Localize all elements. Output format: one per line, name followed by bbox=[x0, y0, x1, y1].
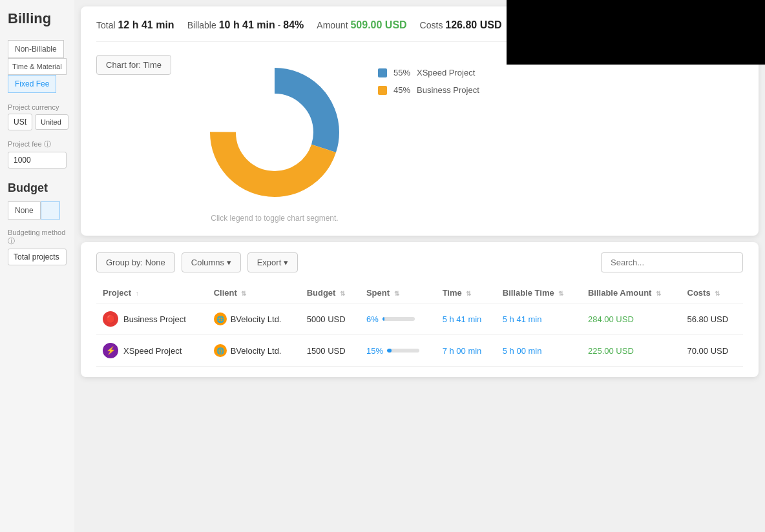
chart-section: Chart for: Time 55% 45% bbox=[96, 55, 743, 223]
project-fee-input[interactable] bbox=[8, 152, 67, 169]
costs-cell-2: 70.00 USD bbox=[681, 335, 744, 367]
total-value: 12 h 41 min bbox=[118, 19, 174, 30]
currency-name-input[interactable] bbox=[35, 114, 68, 130]
billable-time-sort-icon: ⇅ bbox=[558, 290, 563, 297]
spent-cell-1: 6% bbox=[360, 303, 436, 335]
progress-bar-fill-1 bbox=[382, 317, 384, 321]
spent-sort-icon: ⇅ bbox=[394, 290, 399, 297]
col-billable-amount: Billable Amount ⇅ bbox=[582, 283, 681, 303]
project-avatar-1: 🔴 bbox=[103, 311, 118, 327]
chart-hint: Click legend to toggle chart segment. bbox=[211, 214, 338, 223]
bottom-panel: Group by: None Columns ▾ Export ▾ Projec… bbox=[81, 242, 759, 377]
project-name-2: XSpeed Project bbox=[123, 346, 182, 356]
budget-title: Budget bbox=[8, 181, 67, 195]
main-content: Total 12 h 41 min Billable 10 h 41 min -… bbox=[74, 0, 765, 532]
costs-sort-icon: ⇅ bbox=[715, 290, 720, 297]
client-name-1: BVelocity Ltd. bbox=[231, 314, 282, 324]
budget-option2-btn[interactable] bbox=[41, 201, 60, 220]
costs-stat: Costs 126.80 USD bbox=[420, 19, 502, 31]
billable-amount-sort-icon: ⇅ bbox=[656, 290, 661, 297]
billable-amount-cell-1: 284.00 USD bbox=[582, 303, 681, 335]
project-avatar-2: ⚡ bbox=[103, 343, 118, 358]
progress-bar-bg-2 bbox=[387, 349, 419, 353]
project-cell-2: ⚡ XSpeed Project bbox=[96, 335, 207, 367]
col-client: Client ⇅ bbox=[207, 283, 300, 303]
page-title: Billing bbox=[8, 10, 67, 27]
table-row: ⚡ XSpeed Project 🌐 BVelocity Ltd. 1500 U… bbox=[96, 335, 743, 367]
table-row: 🔴 Business Project 🌐 BVelocity Ltd. 5000… bbox=[96, 303, 743, 335]
legend-label-xspeed: XSpeed Project bbox=[417, 68, 475, 77]
costs-cell-1: 56.80 USD bbox=[681, 303, 744, 335]
export-button[interactable]: Export ▾ bbox=[247, 252, 298, 272]
amount-value: 509.00 USD bbox=[350, 19, 406, 30]
search-input[interactable] bbox=[601, 252, 743, 272]
currency-code-input[interactable] bbox=[8, 114, 32, 130]
project-name-1: Business Project bbox=[123, 314, 186, 324]
client-icon-1: 🌐 bbox=[214, 312, 227, 325]
billable-amount-cell-2: 225.00 USD bbox=[582, 335, 681, 367]
project-sort-icon: ↑ bbox=[136, 290, 139, 297]
time-sort-icon: ⇅ bbox=[466, 290, 471, 297]
budgeting-method-label: Budgeting method ⓘ bbox=[8, 229, 67, 246]
legend-dot-business bbox=[378, 86, 387, 95]
billable-stat: Billable 10 h 41 min - 84% bbox=[187, 19, 304, 31]
col-spent: Spent ⇅ bbox=[360, 283, 436, 303]
client-name-2: BVelocity Ltd. bbox=[231, 346, 282, 356]
billable-value: 10 h 41 min bbox=[219, 19, 275, 30]
col-time: Time ⇅ bbox=[436, 283, 496, 303]
budget-sort-icon: ⇅ bbox=[340, 290, 345, 297]
black-overlay bbox=[507, 0, 765, 65]
amount-stat: Amount 509.00 USD bbox=[317, 19, 406, 31]
legend-item-xspeed[interactable]: 55% XSpeed Project bbox=[378, 68, 479, 77]
table-header-row: Project ↑ Client ⇅ Budget ⇅ Spent ⇅ bbox=[96, 283, 743, 303]
col-costs: Costs ⇅ bbox=[681, 283, 744, 303]
sidebar: Billing Non-Billable Time & Material Fix… bbox=[0, 0, 74, 532]
columns-button[interactable]: Columns ▾ bbox=[182, 252, 241, 272]
chart-for-button[interactable]: Chart for: Time bbox=[96, 55, 171, 75]
chart-legend: 55% XSpeed Project 45% Business Project bbox=[378, 55, 479, 95]
legend-item-business[interactable]: 45% Business Project bbox=[378, 85, 479, 95]
client-cell-1: 🌐 BVelocity Ltd. bbox=[207, 303, 300, 335]
currency-label: Project currency bbox=[8, 103, 67, 111]
tab-time-material[interactable]: Time & Material bbox=[8, 58, 67, 75]
progress-bar-bg-1 bbox=[382, 317, 415, 321]
export-chevron-icon: ▾ bbox=[284, 258, 288, 267]
time-cell-1: 5 h 41 min bbox=[436, 303, 496, 335]
client-sort-icon: ⇅ bbox=[241, 290, 246, 297]
tab-non-billable[interactable]: Non-Billable bbox=[8, 40, 64, 58]
spent-cell-2: 15% bbox=[360, 335, 436, 367]
client-cell-2: 🌐 BVelocity Ltd. bbox=[207, 335, 300, 367]
legend-dot-xspeed bbox=[378, 68, 387, 77]
total-stat: Total 12 h 41 min bbox=[96, 19, 174, 31]
donut-chart: 55% 45% bbox=[197, 55, 352, 210]
group-by-button[interactable]: Group by: None bbox=[96, 252, 175, 272]
budget-none-btn[interactable]: None bbox=[8, 201, 41, 220]
billable-time-cell-1: 5 h 41 min bbox=[496, 303, 582, 335]
progress-bar-fill-2 bbox=[387, 349, 392, 353]
svg-text:45%: 45% bbox=[237, 112, 253, 121]
project-cell-1: 🔴 Business Project bbox=[96, 303, 207, 335]
client-icon-2: 🌐 bbox=[214, 344, 227, 357]
budget-cell-1: 5000 USD bbox=[300, 303, 360, 335]
data-table: Project ↑ Client ⇅ Budget ⇅ Spent ⇅ bbox=[96, 283, 743, 367]
col-billable-time: Billable Time ⇅ bbox=[496, 283, 582, 303]
tab-fixed-fee[interactable]: Fixed Fee bbox=[8, 75, 56, 93]
costs-value: 126.80 USD bbox=[445, 19, 501, 30]
col-project: Project ↑ bbox=[96, 283, 207, 303]
columns-chevron-icon: ▾ bbox=[227, 258, 231, 267]
col-budget: Budget ⇅ bbox=[300, 283, 360, 303]
billable-pct: 84% bbox=[283, 19, 304, 30]
svg-text:55%: 55% bbox=[293, 130, 308, 139]
billable-time-cell-2: 5 h 00 min bbox=[496, 335, 582, 367]
legend-label-business: Business Project bbox=[417, 85, 479, 95]
time-cell-2: 7 h 00 min bbox=[436, 335, 496, 367]
table-toolbar: Group by: None Columns ▾ Export ▾ bbox=[96, 252, 743, 272]
budgeting-method-input[interactable] bbox=[8, 249, 67, 265]
budget-cell-2: 1500 USD bbox=[300, 335, 360, 367]
fee-label: Project fee ⓘ bbox=[8, 139, 67, 149]
